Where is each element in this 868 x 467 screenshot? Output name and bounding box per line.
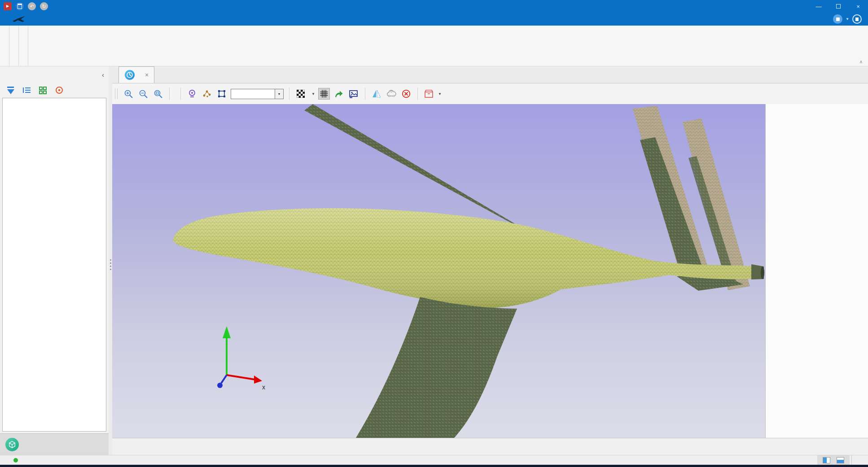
share-arrow-icon[interactable] xyxy=(333,88,345,100)
app-logo-icon xyxy=(0,13,39,26)
grid-view-icon[interactable] xyxy=(39,86,47,95)
undo-icon[interactable]: ↶ xyxy=(28,2,36,10)
probe-icon[interactable] xyxy=(186,88,198,100)
display-filter-select[interactable]: ▼ xyxy=(231,89,284,99)
aircraft-mesh: x xyxy=(112,104,765,438)
viewport-empty-area xyxy=(765,104,868,438)
zoom-out-icon[interactable] xyxy=(137,88,149,100)
toolbar-grip[interactable] xyxy=(115,88,118,99)
cloud-outline-icon[interactable] xyxy=(386,88,397,100)
export-box-icon[interactable] xyxy=(423,88,435,100)
redo-icon[interactable]: ↻ xyxy=(40,2,48,10)
tab-icon xyxy=(124,70,135,80)
layout-left-icon[interactable] xyxy=(823,457,830,463)
zoom-in-icon[interactable] xyxy=(123,88,134,100)
window-switch-icon[interactable] xyxy=(833,14,842,24)
delete-icon[interactable] xyxy=(400,88,412,100)
svg-text:x: x xyxy=(262,384,265,391)
viewport-toolbar: ▼ ▼ xyxy=(112,83,868,104)
chevron-down-icon[interactable]: ▼ xyxy=(846,17,849,21)
ribbon-group-face-settings xyxy=(9,26,19,66)
status-dot-icon xyxy=(13,458,18,463)
save-icon[interactable] xyxy=(16,2,24,10)
statusbar xyxy=(0,455,868,465)
close-button[interactable]: × xyxy=(848,0,868,13)
quick-access-toolbar: ↶ ↻ xyxy=(0,2,48,10)
chevron-down-icon[interactable]: ▼ xyxy=(275,89,283,99)
cube-icon xyxy=(5,438,19,451)
panel-splitter[interactable] xyxy=(109,66,112,455)
project-info-panel: ‹ xyxy=(0,66,109,455)
tab-3d-view[interactable]: × xyxy=(118,66,154,83)
panel-collapse-icon[interactable]: ‹ xyxy=(102,71,104,79)
project-tree xyxy=(2,98,106,432)
titlebar: ↶ ↻ — × xyxy=(0,0,868,13)
message-bar xyxy=(112,438,868,455)
select-region-icon[interactable] xyxy=(216,88,228,100)
viewport-3d[interactable]: x xyxy=(112,104,765,438)
snapshot-icon[interactable] xyxy=(348,88,359,100)
document-tabbar: × xyxy=(112,66,868,83)
outline-list-icon[interactable] xyxy=(22,86,31,95)
minimize-button[interactable]: — xyxy=(809,0,829,13)
target-icon[interactable] xyxy=(55,86,63,95)
grid-toggle-icon[interactable] xyxy=(318,88,330,100)
ribbon-group-import xyxy=(0,26,9,66)
notebook-icon[interactable] xyxy=(852,14,862,24)
chevron-down-icon[interactable]: ▼ xyxy=(438,92,442,96)
zoom-fit-icon[interactable] xyxy=(152,88,164,100)
menubar: ▼ xyxy=(0,13,868,26)
filter-icon[interactable] xyxy=(6,86,15,95)
restore-button[interactable] xyxy=(829,0,848,13)
app-pin-icon[interactable] xyxy=(4,2,12,10)
ribbon-collapse-icon[interactable]: ∧ xyxy=(859,59,863,64)
orientation-triad: x xyxy=(217,326,265,391)
pattern-icon xyxy=(295,88,307,100)
zoom-level-select[interactable]: ▼ xyxy=(310,92,315,96)
application-window: ↶ ↻ — × ▼ xyxy=(0,0,868,467)
ribbon-group-results xyxy=(19,26,28,66)
mirror-icon[interactable] xyxy=(371,88,382,100)
layout-bottom-icon[interactable] xyxy=(837,457,844,463)
window-bottom-edge xyxy=(0,465,868,467)
panel-toolbar xyxy=(0,83,109,98)
layout-toggle-group xyxy=(817,455,850,465)
particles-icon[interactable] xyxy=(201,88,213,100)
chevron-down-icon: ▼ xyxy=(311,92,315,96)
ribbon: ∧ xyxy=(0,26,868,66)
tab-close-icon[interactable]: × xyxy=(145,71,149,79)
panel-bottom-tab[interactable] xyxy=(0,433,109,455)
